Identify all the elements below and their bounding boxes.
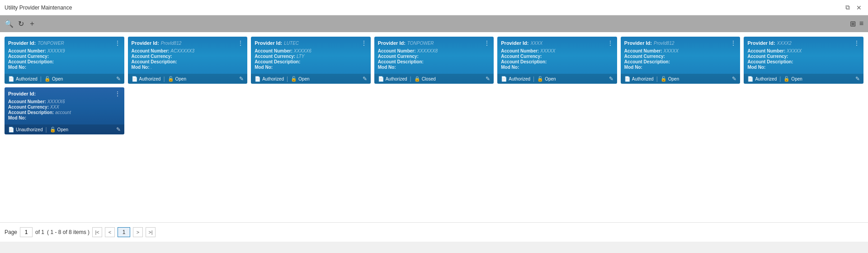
edit-icon[interactable]: ✎ [116, 76, 121, 82]
mod-no-field: Mod No: . [132, 65, 244, 70]
card-card-7[interactable]: Provider Id: XXXX2 ⋮ Account Number: XXX… [744, 37, 863, 84]
card-card-6[interactable]: Provider Id: ProvId812 ⋮ Account Number:… [621, 37, 741, 84]
edit-icon[interactable]: ✎ [363, 76, 367, 82]
provider-id-value: LUTEC [284, 41, 360, 46]
card-header: Provider Id: ⋮ [5, 87, 124, 98]
add-button[interactable]: ＋ [28, 19, 36, 29]
grid-view-icon[interactable]: ⊞ [850, 19, 856, 28]
mod-no-field: Mod No: [255, 65, 367, 70]
current-page-display: 1 [118, 227, 130, 237]
edit-icon[interactable]: ✎ [732, 76, 736, 82]
account-currency-field: Account Currency: XXX [8, 105, 121, 110]
card-header: Provider Id: XXXX2 ⋮ [744, 37, 863, 48]
account-currency-field: Account Currency: [132, 54, 244, 59]
card-card-1[interactable]: Provider Id: TONPOWER ⋮ Account Number: … [5, 37, 124, 84]
card-card-3[interactable]: Provider Id: LUTEC ⋮ Account Number: XXX… [251, 37, 371, 84]
auth-status: 📄 Authorized [624, 76, 654, 82]
next-page-button[interactable]: > [133, 227, 143, 237]
card-menu-icon[interactable]: ⋮ [730, 39, 736, 47]
provider-id-label: Provider Id: [378, 40, 406, 46]
provider-id-value: ProvId812 [161, 41, 237, 46]
account-number-field: Account Number: XXXXX6 [255, 48, 367, 53]
account-desc-field: Account Description: [132, 59, 244, 64]
card-menu-icon[interactable]: ⋮ [114, 39, 121, 47]
auth-status-label: Authorized [139, 76, 161, 81]
auth-status: 📄 Authorized [8, 76, 38, 82]
lock-status-label: Open [298, 76, 309, 81]
of-label: of 1 [35, 229, 44, 235]
auth-status: 📄 Authorized [747, 76, 777, 82]
lock-status-label: Open [175, 76, 186, 81]
card-footer: 📄 Authorized | 🔓 Open ✎ [497, 74, 617, 84]
close-button[interactable]: ✕ [854, 3, 863, 12]
card-menu-icon[interactable]: ⋮ [237, 39, 244, 47]
card-header: Provider Id: ProvId812 ⋮ [621, 37, 741, 48]
search-button[interactable]: 🔍 [5, 19, 14, 28]
mod-no-field: Mod No: [624, 65, 737, 70]
page-label: Page [5, 229, 17, 235]
card-card-5[interactable]: Provider Id: XXXX ⋮ Account Number: XXXX… [497, 37, 617, 84]
edit-icon[interactable]: ✎ [486, 76, 490, 82]
card-menu-icon[interactable]: ⋮ [484, 39, 490, 47]
provider-id-label: Provider Id: [624, 40, 652, 46]
account-currency-field: Account Currency: LTY [255, 54, 367, 59]
list-view-icon[interactable]: ≡ [859, 19, 863, 28]
edit-icon[interactable]: ✎ [855, 76, 860, 82]
mod-no-field: Mod No: [8, 65, 121, 70]
provider-id-label: Provider Id: [132, 40, 159, 46]
edit-icon[interactable]: ✎ [239, 76, 244, 82]
card-body: Account Number: XXXXX Account Currency: … [744, 48, 863, 72]
account-desc-field: Account Description: [501, 59, 613, 64]
card-menu-icon[interactable]: ⋮ [854, 39, 860, 47]
card-menu-icon[interactable]: ⋮ [607, 39, 613, 47]
prev-page-button[interactable]: < [105, 227, 115, 237]
provider-id-label: Provider Id: [8, 91, 36, 96]
card-card-4[interactable]: Provider Id: TONPOWER ⋮ Account Number: … [374, 37, 494, 84]
card-card-8[interactable]: Provider Id: ⋮ Account Number: XXXXX6 Ac… [5, 87, 124, 134]
restore-button[interactable]: ⧉ [844, 3, 852, 12]
card-card-2[interactable]: Provider Id: ProvId812 ⋮ Account Number:… [128, 37, 248, 84]
card-footer: 📄 Authorized | 🔒 Closed ✎ [374, 74, 494, 84]
pagination: Page of 1 ( 1 - 8 of 8 items ) |< < 1 > … [0, 222, 868, 242]
card-body: Account Number: XXXXX Account Currency: … [497, 48, 617, 72]
account-number-field: Account Number: XXXXX6 [8, 99, 121, 104]
page-input[interactable] [20, 227, 33, 237]
first-page-button[interactable]: |< [92, 227, 102, 237]
provider-id-label: Provider Id: [747, 40, 775, 46]
account-number-field: Account Number: XXXXXX8 [378, 48, 491, 53]
lock-icon: 🔓 [783, 76, 790, 82]
mod-no-field: Mod No: [501, 65, 613, 70]
auth-icon: 📄 [501, 76, 507, 82]
lock-status: 🔓 Open [291, 76, 309, 82]
card-spacer-1 [128, 87, 248, 134]
refresh-button[interactable]: ↻ [18, 19, 24, 28]
card-menu-icon[interactable]: ⋮ [114, 90, 121, 97]
card-menu-icon[interactable]: ⋮ [361, 39, 367, 47]
last-page-button[interactable]: >| [146, 227, 156, 237]
lock-icon: 🔓 [537, 76, 543, 82]
auth-icon: 📄 [255, 76, 261, 82]
cards-grid-row1: Provider Id: TONPOWER ⋮ Account Number: … [5, 37, 863, 84]
edit-icon[interactable]: ✎ [116, 126, 121, 133]
card-footer: 📄 Authorized | 🔓 Open ✎ [251, 74, 371, 84]
card-footer: 📄 Authorized | 🔓 Open ✎ [744, 74, 863, 84]
auth-status: 📄 Unauthorized [8, 127, 42, 133]
cards-grid-row2: Provider Id: ⋮ Account Number: XXXXX6 Ac… [5, 87, 863, 134]
card-body: Account Number: XXXXXX8 Account Currency… [374, 48, 494, 72]
lock-status: 🔓 Open [660, 76, 679, 82]
provider-id-label: Provider Id: [501, 40, 528, 46]
account-desc-field: Account Description: [624, 59, 737, 64]
auth-status: 📄 Authorized [501, 76, 530, 82]
lock-icon: 🔓 [660, 76, 667, 82]
provider-id-label: Provider Id: [8, 40, 36, 46]
card-body: Account Number: XXXXX6 Account Currency:… [5, 98, 124, 123]
card-header: Provider Id: XXXX ⋮ [497, 37, 617, 48]
card-spacer-5 [621, 87, 741, 134]
card-header: Provider Id: TONPOWER ⋮ [374, 37, 494, 48]
card-header: Provider Id: TONPOWER ⋮ [5, 37, 124, 48]
lock-status: 🔓 Open [44, 76, 63, 82]
card-spacer-4 [497, 87, 617, 134]
lock-status-label: Open [791, 76, 802, 81]
lock-icon: 🔓 [168, 76, 174, 82]
edit-icon[interactable]: ✎ [609, 76, 613, 82]
